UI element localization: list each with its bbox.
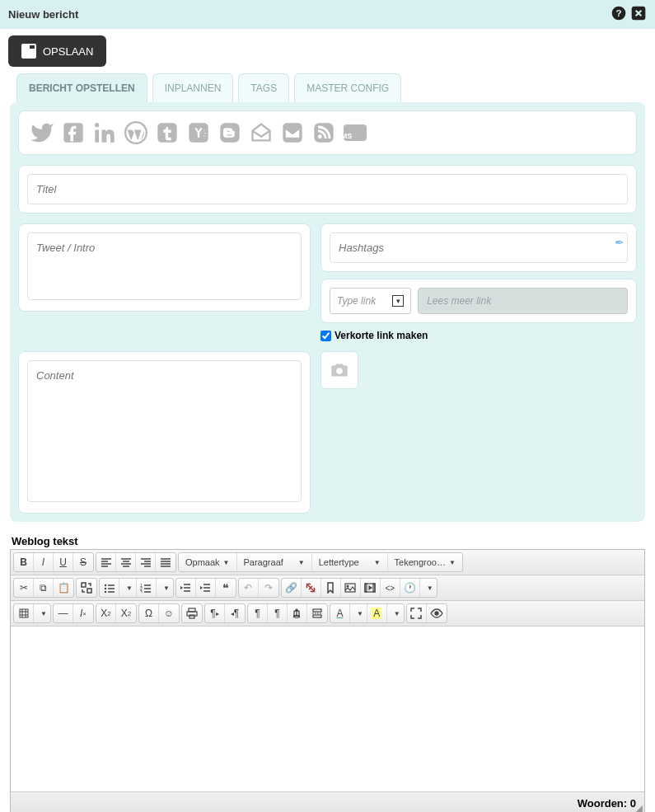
linkedin-icon[interactable] <box>91 120 118 146</box>
svg-rect-54 <box>365 584 367 592</box>
mail-icon[interactable] <box>279 120 306 146</box>
svg-rect-63 <box>189 615 194 618</box>
italic-button[interactable]: I <box>34 553 54 571</box>
type-link-select[interactable]: Type link ▾ <box>330 288 411 314</box>
emoji-button[interactable]: ☺ <box>159 604 179 622</box>
numbered-list-dropdown[interactable]: ▼ <box>157 579 173 597</box>
yammer-icon[interactable] <box>185 120 212 146</box>
print-button[interactable] <box>182 604 202 622</box>
clear-format-button[interactable]: I× <box>73 604 93 622</box>
chevron-down-icon: ▾ <box>392 295 404 307</box>
tab-schedule[interactable]: INPLANNEN <box>152 73 234 102</box>
cut-button[interactable]: ✂ <box>14 579 34 597</box>
align-justify-button[interactable] <box>156 553 175 571</box>
bold-button[interactable]: B <box>14 553 34 571</box>
font-dropdown[interactable]: Lettertype▼ <box>312 553 388 571</box>
wordpress-icon[interactable] <box>123 120 149 146</box>
show-invisibles-button[interactable]: ¶ <box>248 604 268 622</box>
bookmark-button[interactable] <box>321 579 341 597</box>
svg-text:?: ? <box>615 7 621 18</box>
fullscreen-button[interactable] <box>407 604 427 622</box>
rss-icon[interactable] <box>311 120 337 146</box>
svg-rect-32 <box>87 589 91 593</box>
code-button[interactable]: <> <box>381 579 400 597</box>
bullet-list-dropdown[interactable]: ▼ <box>119 579 137 597</box>
wordcount-label: Woorden: <box>578 797 627 810</box>
nbsp-button[interactable] <box>288 604 307 622</box>
save-button-label: OPSLAAN <box>43 45 93 58</box>
bullet-list-button[interactable] <box>100 579 119 597</box>
twitter-icon[interactable] <box>29 120 55 146</box>
numbered-list-button[interactable]: 123 <box>137 579 157 597</box>
strikethrough-button[interactable]: S <box>73 553 93 571</box>
show-blocks-button[interactable]: ¶ <box>268 604 288 622</box>
outdent-button[interactable] <box>176 579 196 597</box>
weblog-section-label: Weblog tekst <box>0 532 655 549</box>
close-icon[interactable] <box>630 5 647 24</box>
svg-text:3: 3 <box>140 589 143 593</box>
tumblr-icon[interactable] <box>154 120 180 146</box>
blogger-icon[interactable] <box>217 120 243 146</box>
content-input[interactable] <box>27 360 302 502</box>
save-icon <box>21 44 36 59</box>
tab-compose[interactable]: BERICHT OPSTELLEN <box>16 73 147 102</box>
underline-button[interactable]: U <box>54 553 73 571</box>
page-title: Nieuw bericht <box>8 8 78 21</box>
svg-rect-31 <box>82 583 86 587</box>
help-icon[interactable]: ? <box>611 5 627 24</box>
facebook-icon[interactable] <box>60 120 87 146</box>
readmore-link-input: Lees meer link <box>418 288 628 314</box>
envelope-open-icon[interactable] <box>248 120 274 146</box>
resize-handle-icon[interactable]: ◢ <box>636 804 643 812</box>
shortlink-checkbox-row[interactable]: Verkorte link maken <box>320 330 637 341</box>
fontsize-dropdown[interactable]: Tekengroo…▼ <box>388 553 462 571</box>
paste-button[interactable]: 📋 <box>54 579 73 597</box>
datetime-dropdown[interactable]: ▼ <box>420 579 437 597</box>
link-button[interactable]: 🔗 <box>282 579 302 597</box>
save-button[interactable]: OPSLAAN <box>8 35 106 67</box>
copy-button[interactable]: ⧉ <box>34 579 54 597</box>
unlink-button[interactable] <box>302 579 321 597</box>
format-dropdown[interactable]: Opmaak▼ <box>179 553 237 571</box>
editor-content-area[interactable] <box>11 627 644 791</box>
svg-point-12 <box>318 134 322 138</box>
svg-rect-55 <box>373 584 375 592</box>
bg-color-button[interactable]: A <box>367 604 387 622</box>
sms-icon[interactable]: SMS <box>342 120 368 146</box>
title-input[interactable] <box>27 174 628 204</box>
tweet-intro-input[interactable] <box>27 232 302 300</box>
add-image-button[interactable] <box>320 351 358 389</box>
tab-tags[interactable]: TAGS <box>238 73 289 102</box>
media-button[interactable] <box>361 579 381 597</box>
preview-button[interactable] <box>427 604 447 622</box>
shortlink-checkbox[interactable] <box>320 331 331 341</box>
tab-master-config[interactable]: MASTER CONFIG <box>294 73 401 102</box>
shortlink-label: Verkorte link maken <box>335 330 428 341</box>
pagebreak-button[interactable] <box>307 604 327 622</box>
svg-rect-64 <box>313 609 321 612</box>
indent-button[interactable] <box>196 579 216 597</box>
ltr-button[interactable]: ¶▸ <box>205 604 225 622</box>
table-dropdown[interactable]: ▼ <box>34 604 50 622</box>
hashtags-input[interactable] <box>330 232 628 263</box>
text-color-dropdown[interactable]: ▼ <box>350 604 367 622</box>
image-button[interactable] <box>341 579 361 597</box>
undo-button[interactable]: ↶ <box>239 579 259 597</box>
bg-color-dropdown[interactable]: ▼ <box>387 604 404 622</box>
datetime-button[interactable]: 🕐 <box>400 579 420 597</box>
redo-button[interactable]: ↷ <box>259 579 278 597</box>
table-button[interactable] <box>14 604 34 622</box>
hr-button[interactable]: — <box>54 604 73 622</box>
superscript-button[interactable]: X2 <box>116 604 136 622</box>
align-center-button[interactable] <box>116 553 136 571</box>
text-color-button[interactable]: A <box>330 604 350 622</box>
align-left-button[interactable] <box>96 553 116 571</box>
subscript-button[interactable]: X2 <box>96 604 116 622</box>
paragraph-dropdown[interactable]: Paragraaf▼ <box>237 553 312 571</box>
rtl-button[interactable]: ◂¶ <box>225 604 245 622</box>
align-right-button[interactable] <box>136 553 156 571</box>
blockquote-button[interactable]: ❝ <box>216 579 236 597</box>
svg-point-33 <box>104 584 105 586</box>
find-replace-button[interactable] <box>77 579 96 597</box>
special-char-button[interactable]: Ω <box>139 604 159 622</box>
